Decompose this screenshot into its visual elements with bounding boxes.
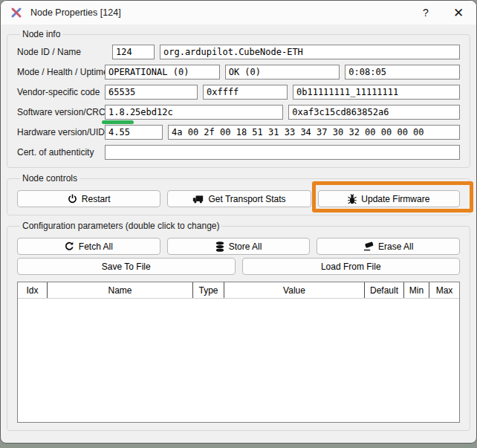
close-icon[interactable]: ✕ <box>442 1 475 25</box>
store-all-button[interactable]: Store All <box>167 238 311 255</box>
save-to-file-label: Save To File <box>102 262 151 272</box>
column-header-value[interactable]: Value <box>224 282 365 298</box>
vendor-code-row: Vendor-specific code 65535 0xffff 0b1111… <box>17 85 460 100</box>
field-label: Hardware version/UID <box>17 127 105 137</box>
parameters-table: Idx Name Type Value Default Min Max <box>17 282 460 423</box>
get-transport-stats-label: Get Transport Stats <box>208 194 285 204</box>
window-title: Node Properties [124] <box>30 7 409 18</box>
green-underline-annotation <box>102 120 134 124</box>
help-icon[interactable]: ? <box>409 1 442 25</box>
column-header-idx[interactable]: Idx <box>18 282 48 298</box>
node-controls-group-label: Node controls <box>20 173 80 184</box>
column-header-max[interactable]: Max <box>429 282 459 298</box>
node-info-group-label: Node info <box>20 29 62 39</box>
hardware-version-field[interactable]: 4.55 <box>105 125 163 140</box>
software-crc64-field[interactable]: 0xaf3c15cd863852a6 <box>288 105 460 120</box>
load-from-file-button[interactable]: Load From File <box>242 258 461 275</box>
power-icon <box>68 194 77 204</box>
fetch-all-label: Fetch All <box>79 241 113 252</box>
erase-all-label: Erase All <box>378 241 413 252</box>
fetch-all-button[interactable]: Fetch All <box>17 238 160 255</box>
save-to-file-button[interactable]: Save To File <box>17 258 236 275</box>
update-firmware-label: Update Firmware <box>361 194 429 204</box>
cert-of-authenticity-field[interactable] <box>105 145 460 160</box>
update-firmware-button[interactable]: Update Firmware <box>318 190 460 207</box>
truck-icon <box>192 195 204 204</box>
vendor-code-dec-field[interactable]: 65535 <box>105 85 198 100</box>
hardware-version-row: Hardware version/UID 4.55 4a 00 2f 00 18… <box>17 125 460 140</box>
uptime-field[interactable]: 0:08:05 <box>345 65 460 79</box>
bug-icon <box>348 194 357 204</box>
node-properties-dialog: Node Properties [124] ? ✕ Node info Node… <box>0 0 477 444</box>
node-controls-group: Node controls Restart <box>7 173 470 215</box>
eraser-icon <box>363 241 374 251</box>
vendor-code-bin-field[interactable]: 0b11111111_11111111 <box>293 85 460 100</box>
hardware-uid-field[interactable]: 4a 00 2f 00 18 51 31 33 34 37 30 32 00 0… <box>168 125 460 140</box>
health-field[interactable]: OK (0) <box>225 65 340 79</box>
erase-all-button[interactable]: Erase All <box>317 238 460 255</box>
software-version-row: Software version/CRC64 1.8.25ebd12c 0xaf… <box>17 105 460 120</box>
node-id-field[interactable]: 124 <box>112 45 155 59</box>
load-from-file-label: Load From File <box>321 262 381 272</box>
vendor-code-hex-field[interactable]: 0xffff <box>203 85 288 100</box>
store-all-label: Store All <box>229 241 262 252</box>
column-header-name[interactable]: Name <box>48 282 193 298</box>
software-version-field[interactable]: 1.8.25ebd12c <box>105 105 283 120</box>
database-icon <box>215 241 224 252</box>
mode-field[interactable]: OPERATIONAL (0) <box>105 65 220 79</box>
cert-authenticity-row: Cert. of authenticity <box>17 145 460 160</box>
node-id-name-row: Node ID / Name 124 org.ardupilot.CubeNod… <box>17 45 460 59</box>
field-label: Cert. of authenticity <box>17 147 105 158</box>
node-name-field[interactable]: org.ardupilot.CubeNode-ETH <box>160 45 460 59</box>
column-header-type[interactable]: Type <box>193 282 224 298</box>
restart-label: Restart <box>82 194 111 204</box>
parameters-table-body[interactable] <box>18 299 459 422</box>
config-params-group: Configuration parameters (double click t… <box>7 221 470 431</box>
column-header-min[interactable]: Min <box>404 282 429 298</box>
field-label: Vendor-specific code <box>17 87 105 97</box>
mode-health-uptime-row: Mode / Health / Uptime OPERATIONAL (0) O… <box>17 65 460 79</box>
parameters-table-header: Idx Name Type Value Default Min Max <box>18 282 459 299</box>
refresh-icon <box>65 241 74 251</box>
field-label: Mode / Health / Uptime <box>17 67 105 77</box>
node-info-group: Node info Node ID / Name 124 org.ardupil… <box>7 29 470 168</box>
config-params-group-label: Configuration parameters (double click t… <box>20 221 221 231</box>
app-x-icon <box>10 7 22 19</box>
field-label: Node ID / Name <box>17 47 105 57</box>
get-transport-stats-button[interactable]: Get Transport Stats <box>167 190 311 207</box>
title-bar: Node Properties [124] ? ✕ <box>1 1 476 25</box>
restart-button[interactable]: Restart <box>17 190 160 207</box>
column-header-default[interactable]: Default <box>365 282 404 298</box>
field-label: Software version/CRC64 <box>17 107 105 117</box>
